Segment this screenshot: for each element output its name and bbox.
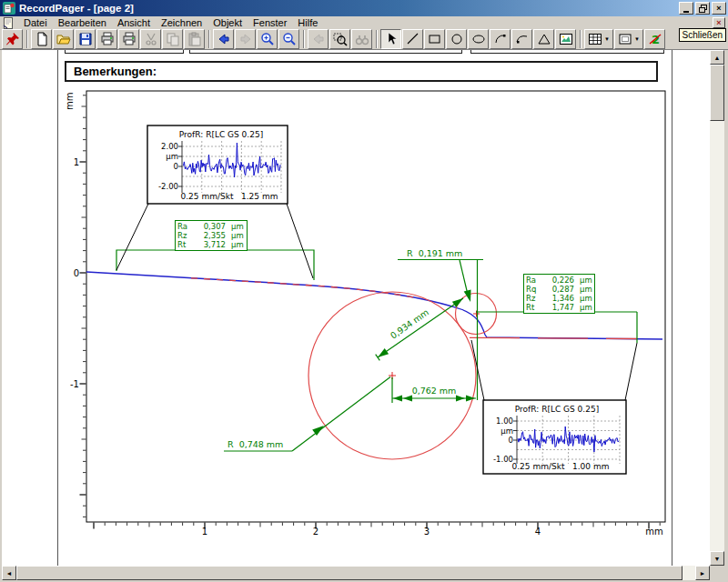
toolbar-draw-arc-2-button[interactable]	[511, 29, 532, 49]
toolbar: ▼▼2	[0, 29, 728, 50]
parameter-unit: µm	[577, 285, 593, 294]
inset-y-label: 1.00	[496, 416, 513, 426]
toolbar-new-button[interactable]	[31, 29, 52, 49]
arrow-left-gray-icon	[311, 32, 326, 46]
toolbar-pin-button[interactable]	[2, 29, 23, 49]
horizontal-scrollbar[interactable]: ◄ ►	[2, 566, 710, 580]
x-axis-unit: mm	[645, 527, 662, 537]
toolbar-insert-frame-button[interactable]: ▼	[614, 29, 643, 49]
scroll-left-button[interactable]: ◄	[2, 566, 16, 580]
parameter-value: 2,355	[192, 231, 228, 240]
inset-footer: 0.25 mm/Skt 1.25 mm	[181, 192, 278, 201]
scroll-down-button[interactable]: ▼	[710, 551, 724, 566]
menu-item-datei[interactable]: Datei	[18, 16, 53, 29]
dropdown-arrow-icon[interactable]: ▼	[634, 36, 640, 42]
menu-item-hilfe[interactable]: Hilfe	[292, 16, 323, 29]
save-icon	[78, 32, 93, 46]
toolbar-draw-arc-button[interactable]	[490, 29, 511, 49]
arrow-right-gray-icon	[238, 32, 253, 46]
toolbar-cut-button	[140, 29, 161, 49]
vertical-scroll-thumb[interactable]	[710, 65, 724, 121]
inset-y-label: -1.00	[493, 455, 513, 464]
toolbar-draw-circle-button[interactable]	[446, 29, 467, 49]
toolbar-open-button[interactable]	[53, 29, 74, 49]
menu-item-objekt[interactable]: Objekt	[207, 16, 248, 29]
roughness-inset-bottom: ProfR: R[LC GS 0.25] 1.00 µm 0 -1.00 0.2…	[483, 400, 626, 474]
parameter-name: Rz	[526, 294, 541, 303]
zoom-out-icon	[282, 32, 297, 46]
roughness-table-1: Ra0,307µmRz2,355µmRt3,712µm	[175, 220, 248, 251]
measurement-row: Rt3,712µm	[177, 240, 245, 249]
menu-item-fenster[interactable]: Fenster	[248, 16, 292, 29]
horizontal-scroll-thumb[interactable]	[16, 566, 682, 580]
toolbar-paste-button	[184, 29, 205, 49]
menu-items: DateiBearbeitenAnsichtZeichnenObjektFens…	[18, 16, 323, 29]
toolbar-save-button[interactable]	[75, 29, 96, 49]
mdi-close-button[interactable]: ×	[713, 17, 725, 28]
restore-button[interactable]	[695, 2, 710, 15]
toolbar-select-button[interactable]	[380, 29, 401, 49]
contour-chart: 10-1 1234 mm mm	[2, 50, 710, 566]
pushpin-icon	[5, 32, 20, 46]
x-axis-tick-label: 3	[424, 527, 430, 537]
rectangle-icon	[428, 32, 442, 46]
toolbar-zoom-region-button[interactable]	[329, 29, 350, 49]
scroll-right-button[interactable]: ►	[695, 566, 710, 580]
toolbar-draw-triangle-button[interactable]	[533, 29, 554, 49]
toolbar-insert-table-button[interactable]: ▼	[584, 29, 613, 49]
toolbar-insert-image-button[interactable]	[555, 29, 576, 49]
measurement-row: Rz2,355µm	[177, 231, 245, 240]
parameter-value: 3,712	[192, 240, 228, 249]
vertical-scroll-track[interactable]	[710, 65, 724, 551]
toolbar-print-button[interactable]	[96, 29, 117, 49]
x-axis-tick-label: 1	[202, 527, 207, 537]
arc2-icon	[515, 32, 530, 46]
measurement-row: Rt1,747µm	[526, 303, 592, 312]
x-axis: 1234	[94, 523, 660, 537]
toolbar-separator	[303, 30, 305, 48]
x-axis-tick-label: 4	[535, 527, 541, 537]
dropdown-arrow-icon[interactable]: ▼	[604, 36, 610, 42]
toolbar-page-2-button[interactable]: 2	[644, 29, 665, 49]
parameter-name: Ra	[177, 222, 192, 231]
inset-title: ProfR: R[LC GS 0.25]	[515, 405, 599, 414]
toolbar-zoom-out-button[interactable]	[278, 29, 299, 49]
scroll-up-button[interactable]: ▲	[710, 50, 724, 65]
vertical-scrollbar[interactable]: ▲ ▼	[710, 50, 724, 566]
app-window: RecordPager - [page 2] × DateiBearbeiten…	[0, 0, 728, 582]
paste-icon	[187, 32, 202, 46]
inset-y-label: -2.00	[158, 182, 178, 191]
scrollbar-corner	[710, 566, 724, 580]
toolbar-back-button[interactable]	[213, 29, 234, 49]
inset-footer: 0.25 mm/Skt 1.00 mm	[512, 462, 610, 471]
parameter-value: 0,226	[541, 276, 577, 285]
y-axis: 10-1	[70, 95, 86, 517]
close-tooltip: Schließen	[679, 28, 726, 42]
parameter-value: 1,747	[541, 303, 577, 312]
toolbar-copy-button	[162, 29, 183, 49]
parameter-name: Rt	[526, 303, 541, 312]
toolbar-draw-line-button[interactable]	[402, 29, 423, 49]
document-icon[interactable]	[3, 16, 15, 28]
minimize-button[interactable]	[679, 2, 693, 15]
toolbar-draw-ellipse-button[interactable]	[468, 29, 489, 49]
title-bar[interactable]: RecordPager - [page 2] ×	[0, 0, 728, 16]
toolbar-find-button	[351, 29, 372, 49]
parameter-value: 0,287	[541, 285, 577, 294]
toolbar-zoom-in-button[interactable]	[257, 29, 278, 49]
parameter-unit: µm	[577, 294, 593, 303]
parameter-name: Rq	[526, 285, 541, 294]
zoom-region-icon	[333, 32, 348, 46]
menu-item-ansicht[interactable]: Ansicht	[112, 16, 156, 29]
close-button[interactable]: ×	[712, 2, 726, 15]
measurement-row: Rq0,287µm	[526, 285, 592, 294]
horizontal-scroll-track[interactable]	[16, 566, 695, 580]
toolbar-draw-rectangle-button[interactable]	[424, 29, 445, 49]
frame-icon	[618, 32, 632, 46]
menu-item-zeichnen[interactable]: Zeichnen	[156, 16, 207, 29]
zoom-in-icon	[260, 32, 275, 46]
inset-y-label: 0	[509, 436, 513, 445]
toolbar-print-page-button[interactable]	[118, 29, 139, 49]
menu-item-bearbeiten[interactable]: Bearbeiten	[53, 16, 112, 29]
measurement-row: Ra0,226µm	[526, 276, 592, 285]
